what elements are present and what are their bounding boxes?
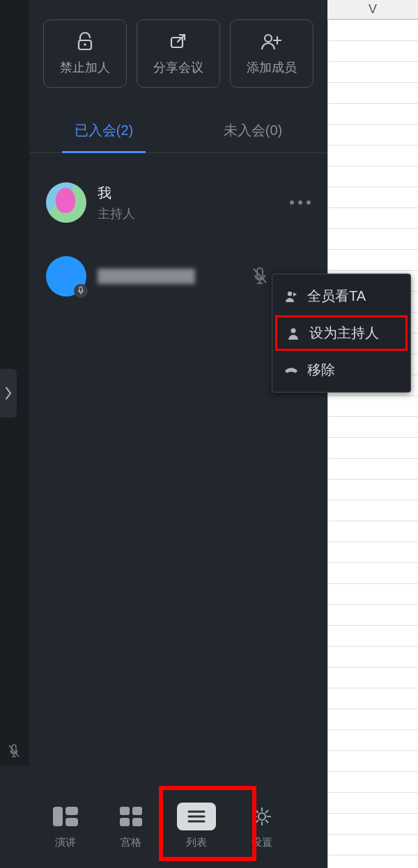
top-actions-row: 禁止加人 分享会议 添加成员 bbox=[29, 0, 327, 99]
participant-tabs: 已入会(2) 未入会(0) bbox=[29, 99, 327, 153]
list-view-icon bbox=[177, 803, 216, 830]
svg-rect-7 bbox=[65, 807, 78, 815]
share-meeting-button[interactable]: 分享会议 bbox=[137, 19, 220, 88]
mic-badge-icon bbox=[74, 284, 88, 298]
view-speaker-label: 演讲 bbox=[55, 836, 76, 849]
svg-rect-6 bbox=[53, 807, 63, 826]
mic-muted-icon bbox=[251, 266, 269, 287]
svg-rect-9 bbox=[120, 807, 130, 815]
participant-role: 主持人 bbox=[98, 205, 135, 222]
tab-not-joined[interactable]: 未入会(0) bbox=[178, 111, 327, 152]
unlock-icon bbox=[75, 31, 95, 52]
person-view-icon bbox=[284, 290, 299, 303]
view-grid-button[interactable]: 宫格 bbox=[104, 797, 157, 855]
participant-context-menu: 全员看TA 设为主持人 移除 bbox=[272, 274, 411, 393]
svg-point-2 bbox=[84, 43, 86, 46]
mic-muted-icon bbox=[7, 743, 21, 760]
menu-remove-label: 移除 bbox=[307, 361, 335, 379]
view-mode-bar: 演讲 宫格 列表 设置 bbox=[0, 783, 327, 868]
participant-row[interactable]: 我 主持人 bbox=[29, 174, 327, 231]
svg-rect-8 bbox=[65, 818, 78, 826]
avatar bbox=[46, 182, 86, 223]
speaker-view-icon bbox=[46, 803, 85, 830]
menu-make-host[interactable]: 设为主持人 bbox=[275, 315, 408, 351]
column-header-v: V bbox=[327, 0, 418, 19]
spreadsheet-backdrop: V bbox=[327, 0, 418, 868]
share-meeting-label: 分享会议 bbox=[153, 59, 203, 76]
view-speaker-button[interactable]: 演讲 bbox=[39, 797, 92, 855]
svg-point-17 bbox=[288, 291, 292, 295]
view-list-button[interactable]: 列表 bbox=[170, 797, 223, 855]
svg-rect-12 bbox=[132, 818, 142, 826]
panel-content: 禁止加人 分享会议 添加成员 已入会(2) 未入会(0) bbox=[29, 0, 327, 868]
menu-spotlight[interactable]: 全员看TA bbox=[272, 278, 410, 314]
tab-joined[interactable]: 已入会(2) bbox=[29, 111, 178, 152]
participant-info: 我 主持人 bbox=[98, 184, 135, 222]
menu-make-host-label: 设为主持人 bbox=[309, 324, 379, 342]
svg-point-16 bbox=[258, 813, 265, 820]
settings-button[interactable]: 设置 bbox=[235, 797, 288, 855]
view-list-label: 列表 bbox=[186, 836, 207, 849]
grid-view-icon bbox=[111, 803, 150, 830]
settings-label: 设置 bbox=[251, 836, 272, 849]
gear-icon bbox=[242, 803, 281, 830]
avatar bbox=[46, 256, 86, 297]
add-member-button[interactable]: 添加成员 bbox=[230, 19, 314, 88]
person-icon bbox=[286, 326, 301, 340]
lock-meeting-button[interactable]: 禁止加人 bbox=[43, 19, 127, 88]
menu-remove[interactable]: 移除 bbox=[272, 352, 410, 388]
panel-collapse-strip bbox=[0, 0, 29, 766]
participant-name: 我 bbox=[98, 184, 135, 203]
add-member-label: 添加成员 bbox=[247, 59, 297, 76]
participant-info bbox=[98, 269, 195, 284]
menu-spotlight-label: 全员看TA bbox=[307, 287, 366, 306]
svg-rect-11 bbox=[120, 818, 130, 826]
svg-rect-10 bbox=[132, 807, 142, 815]
lock-meeting-label: 禁止加人 bbox=[60, 59, 110, 76]
expand-handle[interactable] bbox=[0, 369, 17, 418]
participant-name-redacted bbox=[98, 269, 195, 284]
hangup-icon bbox=[284, 365, 299, 375]
participants-panel: 禁止加人 分享会议 添加成员 已入会(2) 未入会(0) bbox=[0, 0, 327, 868]
svg-point-18 bbox=[291, 328, 295, 333]
more-options-button[interactable] bbox=[290, 200, 311, 205]
view-grid-label: 宫格 bbox=[121, 836, 141, 849]
add-user-icon bbox=[260, 31, 284, 52]
share-icon bbox=[168, 31, 189, 52]
svg-point-4 bbox=[265, 35, 272, 42]
